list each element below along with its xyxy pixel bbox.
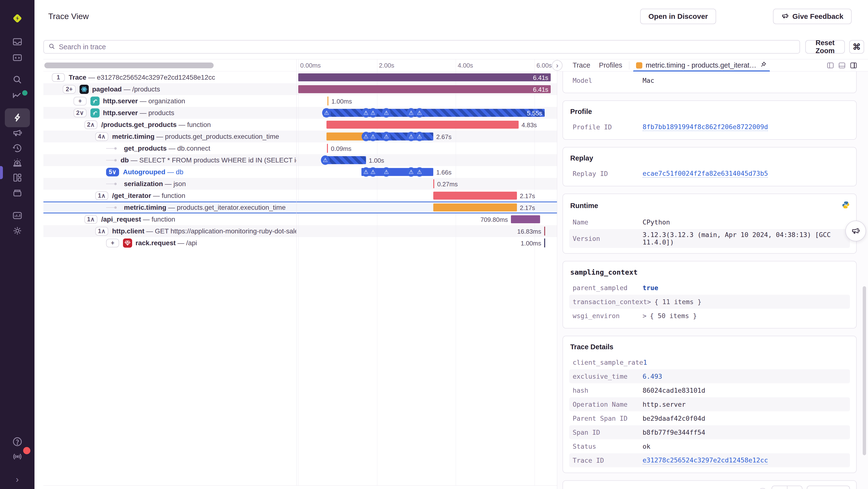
next-stack-button[interactable]: › [787,486,802,489]
span-row[interactable]: 2∨http.server — products5.55s⚠⚠⚠⚠⚠⚠ [43,107,557,119]
span-row[interactable]: 2+pageload — /products6.41s [43,83,557,95]
detail-value[interactable]: 8fb7bb1891994f8c862f206e8722009d [643,123,768,131]
span-bar-cell[interactable]: 1.00ms [297,95,557,107]
detail-value[interactable]: >{ 11 items } [647,298,702,306]
span-duration-bar[interactable] [433,203,517,211]
prev-stack-button[interactable]: ‹ [772,486,787,489]
span-tree-cell[interactable]: 4∧metric.timing — products.get_products.… [43,131,297,142]
span-duration-bar[interactable] [323,156,366,164]
whats-new-broadcast-icon[interactable] [11,450,23,462]
span-row[interactable]: metric.timing — products.get_iterator.ex… [43,202,557,213]
span-bar-cell[interactable]: 0.27ms [297,178,557,190]
span-tree-cell[interactable]: 1∧http.client — GET https://application-… [43,225,297,237]
span-row[interactable]: 1∧/api_request — function709.80ms [43,213,557,225]
detail-value[interactable]: ecae7c51f0024f2fa82e6314045d73b5 [643,170,768,178]
error-alert-icon[interactable]: ⚠ [407,108,415,118]
span-row[interactable]: 4∧metric.timing — products.get_products.… [43,131,557,142]
releases-archive-icon[interactable] [11,187,23,199]
span-duration-tick[interactable] [328,96,329,106]
span-duration-tick[interactable] [327,144,328,153]
span-duration-bar[interactable] [433,192,517,200]
feedback-megaphone-icon[interactable] [11,127,23,138]
span-children-toggle-badge[interactable]: 2+ [63,85,76,94]
tab-span-details[interactable]: metric.timing - products.get_iterat… [632,59,771,71]
error-alert-icon[interactable]: ⚠ [369,132,377,141]
span-bar-cell[interactable]: 4.83s [297,119,557,131]
settings-gear-icon[interactable] [11,225,23,236]
span-duration-bar[interactable] [327,133,366,141]
span-tree-cell[interactable]: get_products — db.connect [43,142,297,154]
tree-horizontal-scrollbar[interactable] [44,62,214,68]
error-alert-icon[interactable]: ⚠ [407,167,415,177]
span-tree-cell[interactable]: 1∧/api_request — function [43,213,297,225]
sidebar-expand-chevron-icon[interactable]: › [11,474,23,485]
alerts-siren-icon[interactable] [11,157,23,169]
span-row[interactable]: +http.server — organization1.00ms [43,95,557,107]
sentry-logo[interactable] [11,12,23,24]
stats-icon[interactable] [11,210,23,221]
span-tree-cell[interactable]: db — SELECT * FROM products WHERE id IN … [43,154,297,166]
expand-chevron-icon[interactable]: > [643,312,646,320]
span-children-toggle-badge[interactable]: 1∧ [84,215,97,224]
span-bar-cell[interactable]: 2.17s [297,202,557,213]
span-bar-cell[interactable]: 6.41s [297,71,557,83]
span-tree-cell[interactable]: +http.server — organization [43,95,297,107]
error-alert-icon[interactable]: ⚠ [321,155,330,165]
error-alert-icon[interactable]: ⚠ [382,132,391,141]
span-duration-tick[interactable] [544,238,545,248]
span-tree-cell[interactable]: metric.timing — products.get_iterator.ex… [43,202,297,213]
span-bar-cell[interactable]: 2.17s [297,190,557,202]
detail-value[interactable]: e31278c256524c3297e2cd12458e12cc [643,456,768,464]
give-feedback-button[interactable]: Give Feedback [773,9,851,24]
span-bar-cell[interactable]: 16.83ms [297,225,557,237]
span-children-toggle-badge[interactable]: 2∨ [73,109,87,117]
replays-clock-icon[interactable] [11,142,23,154]
span-bar-cell[interactable]: 1.00ms [297,237,557,249]
span-children-toggle-badge[interactable]: 1 [52,73,65,82]
help-circle-icon[interactable]: ? [758,488,767,489]
span-row[interactable]: 2∧/products.get_products — function4.83s [43,119,557,131]
span-tree-cell[interactable]: 1∧/get_iterator — function [43,190,297,202]
issues-icon[interactable] [11,36,23,48]
error-alert-icon[interactable]: ⚠ [415,108,424,118]
pin-icon[interactable] [760,61,767,70]
layout-right-icon[interactable] [850,62,858,70]
insights-icon[interactable] [11,90,23,101]
projects-icon[interactable] [11,52,23,63]
span-row[interactable]: 1Trace — e31278c256524c3297e2cd12458e12c… [43,71,557,83]
search-input[interactable] [59,43,795,51]
error-alert-icon[interactable]: ⚠ [415,132,424,141]
span-duration-tick[interactable] [544,227,545,236]
explore-search-icon[interactable] [11,74,23,85]
layout-left-icon[interactable] [827,62,834,70]
span-row[interactable]: get_products — db.connect0.09ms [43,142,557,154]
span-bar-cell[interactable]: 5.55s⚠⚠⚠⚠⚠⚠ [297,107,557,119]
span-duration-tick[interactable] [433,179,434,188]
error-alert-icon[interactable]: ⚠ [415,167,424,177]
open-in-discover-button[interactable]: Open in Discover [640,9,716,24]
span-tree-cell[interactable]: 2∧/products.get_products — function [43,119,297,131]
span-bar-cell[interactable]: 1.00s⚠ [297,154,557,166]
span-children-toggle-badge[interactable]: 1∧ [95,227,108,236]
span-row[interactable]: 1∧http.client — GET https://application-… [43,225,557,237]
tab-profiles[interactable]: Profiles [595,59,627,71]
reset-zoom-button[interactable]: Reset Zoom [805,40,845,54]
error-alert-icon[interactable]: ⚠ [407,132,415,141]
layout-bottom-icon[interactable] [838,62,846,70]
span-row[interactable]: serialization — json0.27ms [43,178,557,190]
error-alert-icon[interactable]: ⚠ [382,167,391,177]
span-bar-cell[interactable]: 1.66s⚠⚠⚠⚠⚠ [297,166,557,178]
error-alert-icon[interactable]: ⚠ [369,167,377,177]
span-tree-cell[interactable]: 1Trace — e31278c256524c3297e2cd12458e12c… [43,71,297,83]
span-row[interactable]: +rack.request — /api1.00ms [43,237,557,249]
tab-trace[interactable]: Trace [568,59,595,71]
shortcut-command-button[interactable]: ⌘ [849,40,864,54]
span-bar-cell[interactable]: 6.41s [297,83,557,95]
panel-collapse-chevron-icon[interactable]: › [552,60,562,71]
span-children-toggle-badge[interactable]: + [106,239,119,248]
span-children-toggle-badge[interactable]: 4∧ [95,132,108,141]
span-tree-cell[interactable]: serialization — json [43,178,297,190]
span-children-toggle-badge[interactable]: 5∨ [106,168,119,176]
span-tree-cell[interactable]: +rack.request — /api [43,237,297,249]
error-alert-icon[interactable]: ⚠ [369,108,377,118]
